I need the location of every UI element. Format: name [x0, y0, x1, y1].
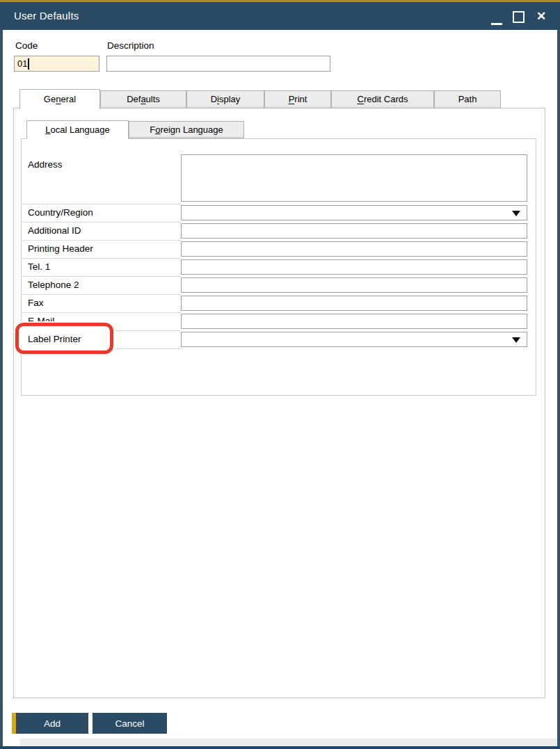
- minimize-icon[interactable]: [491, 23, 502, 25]
- tab-display[interactable]: Display: [186, 90, 264, 108]
- add-button[interactable]: Add: [12, 713, 88, 734]
- label-printer-dropdown[interactable]: [181, 332, 527, 347]
- row-separator: [22, 294, 181, 295]
- titlebar: User Defaults ✕: [0, 2, 560, 30]
- additional-id-label: Additional ID: [28, 225, 81, 236]
- row-separator: [22, 276, 181, 277]
- fax-input[interactable]: [181, 296, 527, 311]
- address-input[interactable]: [181, 154, 527, 202]
- tel1-input[interactable]: [181, 259, 527, 275]
- telephone2-label: Telephone 2: [28, 280, 79, 290]
- tel1-label: Tel. 1: [28, 261, 50, 272]
- tab-defaults[interactable]: Defaults: [100, 90, 186, 108]
- row-separator: [22, 222, 181, 223]
- additional-id-input[interactable]: [181, 223, 527, 239]
- annotation-highlight-rectangle: [15, 323, 113, 354]
- country-region-label: Country/Region: [28, 207, 93, 218]
- language-tab-strip: Local Language Foreign Language: [26, 120, 244, 138]
- user-defaults-window: User Defaults ✕ Code Description General…: [0, 0, 560, 749]
- text-cursor: [28, 58, 29, 70]
- description-input[interactable]: [106, 56, 330, 72]
- tab-path[interactable]: Path: [434, 90, 501, 108]
- country-region-dropdown[interactable]: [181, 205, 527, 220]
- chevron-down-icon: [512, 337, 520, 343]
- tab-foreign-language[interactable]: Foreign Language: [129, 121, 244, 138]
- code-label: Code: [15, 40, 38, 51]
- window-title: User Defaults: [14, 2, 79, 30]
- row-separator: [22, 312, 181, 313]
- printing-header-input[interactable]: [181, 241, 527, 257]
- bottom-resize-strip: [20, 739, 557, 746]
- window-border: [557, 30, 560, 749]
- description-label: Description: [107, 40, 154, 51]
- printing-header-label: Printing Header: [28, 243, 93, 254]
- maximize-icon[interactable]: [513, 11, 525, 23]
- close-icon[interactable]: ✕: [534, 8, 549, 26]
- row-separator: [22, 240, 181, 241]
- telephone2-input[interactable]: [181, 277, 527, 293]
- email-input[interactable]: [181, 314, 527, 329]
- row-separator: [22, 258, 181, 259]
- cancel-button[interactable]: Cancel: [93, 713, 167, 734]
- chevron-down-icon: [512, 211, 520, 216]
- address-label: Address: [28, 159, 63, 170]
- row-separator: [22, 204, 181, 204]
- window-border: [0, 746, 560, 749]
- code-input[interactable]: [14, 56, 99, 72]
- window-border: [0, 30, 3, 749]
- tab-general[interactable]: General: [19, 89, 100, 109]
- tab-credit-cards[interactable]: Credit Cards: [331, 90, 434, 108]
- main-tab-strip: General Defaults Display Print Credit Ca…: [19, 89, 501, 108]
- fax-label: Fax: [28, 298, 44, 308]
- tab-print[interactable]: Print: [264, 90, 331, 108]
- tab-local-language[interactable]: Local Language: [26, 120, 129, 139]
